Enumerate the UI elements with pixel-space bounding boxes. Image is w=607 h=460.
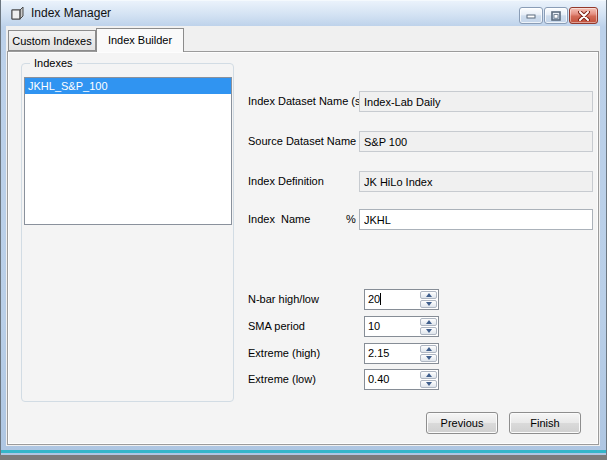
window-title: Index Manager bbox=[31, 6, 111, 21]
extreme-low-spin-up-button[interactable] bbox=[420, 371, 437, 379]
sma-spin-buttons bbox=[420, 318, 437, 335]
source-dataset-name-label: Source Dataset Name bbox=[248, 131, 356, 152]
tab-index-builder[interactable]: Index Builder bbox=[96, 28, 184, 52]
sma-period-spinner: 10 bbox=[364, 316, 439, 337]
extreme-high-value: 2.15 bbox=[368, 347, 389, 359]
window-bottom-edge bbox=[1, 450, 606, 453]
list-item-index[interactable]: JKHL_S&P_100 bbox=[25, 78, 231, 94]
close-button[interactable] bbox=[569, 7, 598, 24]
title-bar[interactable]: Index Manager bbox=[1, 0, 606, 26]
extreme-low-value: 0.40 bbox=[368, 373, 389, 385]
extreme-low-spinner: 0.40 bbox=[364, 369, 439, 390]
maximize-icon bbox=[551, 11, 561, 21]
nbar-spin-down-button[interactable] bbox=[420, 300, 437, 308]
nbar-highlow-value: 20 bbox=[368, 293, 380, 305]
up-arrow-icon bbox=[426, 320, 432, 324]
up-arrow-icon bbox=[426, 293, 432, 297]
extreme-low-label: Extreme (low) bbox=[248, 369, 316, 390]
sma-period-value: 10 bbox=[368, 320, 380, 332]
extreme-low-input[interactable]: 0.40 bbox=[365, 370, 420, 389]
previous-button[interactable]: Previous bbox=[426, 412, 498, 434]
nbar-spin-buttons bbox=[420, 291, 437, 308]
nbar-spin-up-button[interactable] bbox=[420, 291, 437, 299]
up-arrow-icon bbox=[426, 347, 432, 351]
up-arrow-icon bbox=[426, 373, 432, 377]
sma-period-label: SMA period bbox=[248, 316, 305, 337]
minimize-button[interactable] bbox=[519, 7, 543, 24]
percent-label: % bbox=[346, 209, 356, 230]
index-dataset-name-field[interactable] bbox=[359, 91, 593, 112]
sma-spin-down-button[interactable] bbox=[420, 327, 437, 335]
source-dataset-name-field[interactable] bbox=[359, 131, 593, 152]
desktop-strip bbox=[0, 455, 607, 460]
extreme-low-spin-buttons bbox=[420, 371, 437, 388]
indexes-group-label: Indexes bbox=[30, 56, 77, 70]
extreme-high-spin-up-button[interactable] bbox=[420, 345, 437, 353]
extreme-high-spin-buttons bbox=[420, 345, 437, 362]
extreme-high-input[interactable]: 2.15 bbox=[365, 344, 420, 363]
index-name-label: Index Name bbox=[248, 209, 310, 230]
indexes-listbox[interactable]: JKHL_S&P_100 bbox=[24, 77, 232, 225]
nbar-highlow-spinner: 20 bbox=[364, 289, 439, 310]
index-manager-icon bbox=[9, 5, 25, 21]
index-dataset-name-label: Index Dataset Name (s) bbox=[248, 91, 364, 112]
index-definition-field[interactable] bbox=[359, 171, 593, 192]
index-manager-window: Index Manager Custom Indexes Index Build… bbox=[0, 0, 607, 460]
down-arrow-icon bbox=[426, 382, 432, 386]
sma-spin-up-button[interactable] bbox=[420, 318, 437, 326]
tab-custom-indexes[interactable]: Custom Indexes bbox=[8, 30, 96, 51]
extreme-high-spin-down-button[interactable] bbox=[420, 354, 437, 362]
finish-button[interactable]: Finish bbox=[509, 412, 581, 434]
nbar-highlow-input[interactable]: 20 bbox=[365, 290, 420, 309]
extreme-high-spinner: 2.15 bbox=[364, 343, 439, 364]
down-arrow-icon bbox=[426, 356, 432, 360]
down-arrow-icon bbox=[426, 302, 432, 306]
extreme-low-spin-down-button[interactable] bbox=[420, 380, 437, 388]
index-definition-label: Index Definition bbox=[248, 171, 324, 192]
maximize-button[interactable] bbox=[544, 7, 568, 24]
indexes-groupbox: Indexes JKHL_S&P_100 bbox=[21, 63, 234, 402]
text-caret bbox=[380, 293, 381, 305]
nbar-highlow-label: N-bar high/low bbox=[248, 289, 319, 310]
down-arrow-icon bbox=[426, 329, 432, 333]
sma-period-input[interactable]: 10 bbox=[365, 317, 420, 336]
index-builder-page: Indexes JKHL_S&P_100 Index Dataset Name … bbox=[7, 51, 599, 445]
index-name-field[interactable] bbox=[359, 209, 593, 230]
close-icon bbox=[578, 11, 590, 21]
extreme-high-label: Extreme (high) bbox=[248, 343, 320, 364]
minimize-icon bbox=[526, 11, 536, 20]
